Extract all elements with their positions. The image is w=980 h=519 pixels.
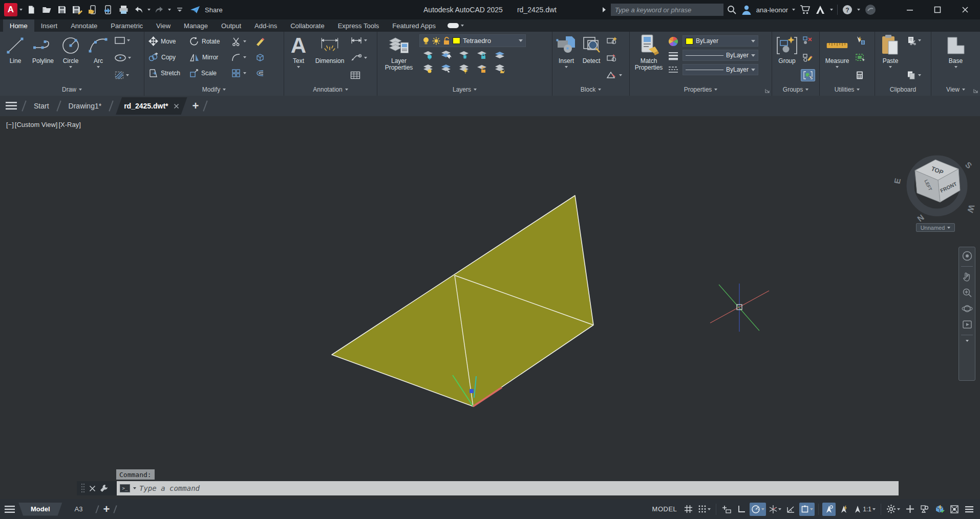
store-cart-icon[interactable] <box>799 5 811 15</box>
panel-title-clipboard[interactable]: Clipboard <box>875 83 931 96</box>
orbit-icon[interactable] <box>962 303 973 314</box>
tab-view[interactable]: View <box>150 19 177 32</box>
isometric-drafting-toggle[interactable] <box>768 503 783 516</box>
annotation-visibility-toggle[interactable] <box>822 503 836 516</box>
panel-title-properties[interactable]: Properties <box>630 83 772 96</box>
base-flyout-caret-icon[interactable] <box>954 66 957 68</box>
layer-thaw-button[interactable] <box>457 62 470 75</box>
table-tool[interactable] <box>349 69 369 81</box>
redo-button[interactable] <box>153 3 166 16</box>
layer-color-swatch[interactable] <box>453 37 460 44</box>
edit-attributes-tool[interactable] <box>605 69 624 81</box>
model-tab[interactable]: Model <box>18 503 62 516</box>
object-snap-toggle[interactable] <box>799 503 815 516</box>
layer-unlock-button[interactable] <box>475 62 488 75</box>
group-selection-toggle[interactable] <box>801 69 815 81</box>
tab-express-tools[interactable]: Express Tools <box>331 19 386 32</box>
layer-thaw-sun-icon[interactable] <box>432 37 440 45</box>
move-button[interactable]: Move <box>146 33 186 49</box>
file-tabs-menu-icon[interactable] <box>5 101 17 111</box>
undo-button[interactable] <box>132 3 145 16</box>
dynamic-input-toggle[interactable] <box>720 503 733 516</box>
arc-button[interactable]: Arc <box>85 33 112 82</box>
tab-add-ins[interactable]: Add-ins <box>248 19 284 32</box>
panel-title-modify[interactable]: Modify <box>144 83 284 96</box>
ribbon-display-toggle[interactable] <box>448 19 464 32</box>
select-similar-tool[interactable] <box>854 52 867 64</box>
username-label[interactable]: ana-leonor <box>756 6 788 14</box>
layer-states-button[interactable] <box>493 49 506 61</box>
user-menu-caret-icon[interactable] <box>792 9 795 11</box>
command-close-icon[interactable] <box>89 485 96 492</box>
search-icon[interactable] <box>727 5 737 15</box>
properties-launcher-icon[interactable] <box>765 89 770 93</box>
drawing-canvas[interactable]: [−] [Custom View] [X-Ray] <box>0 116 980 499</box>
tab-output[interactable]: Output <box>215 19 248 32</box>
group-button[interactable]: Group <box>774 33 800 82</box>
full-navigation-wheel-icon[interactable] <box>962 250 973 262</box>
viewcube[interactable]: E S W N TOP FRONT LEFT <box>892 159 976 223</box>
text-flyout-caret-icon[interactable] <box>297 66 300 68</box>
circle-flyout-caret-icon[interactable] <box>69 66 72 68</box>
measure-button[interactable]: Measure <box>822 33 853 82</box>
rectangle-tool[interactable] <box>113 34 133 47</box>
layer-isolate-button[interactable] <box>439 62 452 75</box>
command-input[interactable] <box>139 484 896 492</box>
array-button[interactable] <box>229 65 252 81</box>
annotation-scale-button[interactable]: 1:1 <box>852 503 877 516</box>
command-input-area[interactable]: >_ <box>117 481 899 495</box>
panel-title-layers[interactable]: Layers <box>377 83 552 96</box>
plot-button[interactable] <box>117 3 130 16</box>
panel-title-utilities[interactable]: Utilities <box>820 83 875 96</box>
panel-title-view[interactable]: View <box>931 83 980 96</box>
viewcube-east[interactable]: E <box>892 177 902 184</box>
create-block-tool[interactable] <box>605 34 624 47</box>
stretch-button[interactable]: Stretch <box>146 65 186 81</box>
autodesk-logo-icon[interactable] <box>815 5 826 15</box>
layer-dropdown[interactable]: Tetraedro <box>419 34 526 47</box>
erase-button[interactable] <box>253 33 271 49</box>
user-avatar-icon[interactable] <box>741 4 752 15</box>
open-file-button[interactable] <box>40 3 53 16</box>
linetype-dropdown[interactable]: ByLayer <box>683 64 758 75</box>
grid-toggle[interactable] <box>681 503 695 516</box>
arc-flyout-caret-icon[interactable] <box>97 66 100 68</box>
close-tab-icon[interactable] <box>174 103 179 109</box>
save-button[interactable] <box>55 3 69 16</box>
viewcube-north[interactable]: N <box>915 213 926 224</box>
hatch-tool[interactable] <box>113 69 133 81</box>
cut-clip-tool[interactable] <box>905 34 923 47</box>
insert-flyout-caret-icon[interactable] <box>565 66 568 68</box>
redo-caret-icon[interactable] <box>168 9 171 11</box>
lineweight-dropdown[interactable]: ByLayer <box>683 50 758 61</box>
save-to-web-mobile-button[interactable] <box>101 3 115 16</box>
layout-menu-icon[interactable] <box>4 505 15 513</box>
navigation-bar[interactable] <box>958 247 975 381</box>
text-button[interactable]: A Text <box>286 33 311 82</box>
group-edit-tool[interactable] <box>801 52 815 64</box>
match-properties-button[interactable]: Match Properties <box>632 33 666 82</box>
leader-tool[interactable] <box>349 52 369 64</box>
viewcube-south[interactable]: S <box>964 160 974 170</box>
quick-select-tool[interactable] <box>854 34 867 47</box>
object-color-dropdown[interactable]: ByLayer <box>683 35 758 47</box>
undo-caret-icon[interactable] <box>147 9 151 11</box>
polar-tracking-toggle[interactable] <box>750 503 766 516</box>
mirror-button[interactable]: Mirror <box>187 49 228 65</box>
layer-on-bulb-icon[interactable] <box>422 37 430 45</box>
line-button[interactable]: Line <box>2 33 29 82</box>
tab-insert[interactable]: Insert <box>34 19 65 32</box>
command-customize-wrench-icon[interactable] <box>100 484 108 492</box>
command-line[interactable]: >_ <box>77 481 899 495</box>
maximize-button[interactable] <box>926 2 949 17</box>
new-file-button[interactable] <box>25 3 38 16</box>
open-from-web-mobile-button[interactable] <box>86 3 99 16</box>
command-prompt-icon[interactable]: >_ <box>120 484 130 492</box>
qat-customize-button[interactable] <box>173 3 186 16</box>
panel-title-draw[interactable]: Draw <box>0 83 144 96</box>
pan-icon[interactable] <box>962 271 973 283</box>
offset-button[interactable] <box>253 65 271 81</box>
share-label[interactable]: Share <box>205 6 223 14</box>
copy-clip-tool[interactable] <box>905 69 923 81</box>
file-tab-drawing1[interactable]: Drawing1* <box>66 102 105 110</box>
